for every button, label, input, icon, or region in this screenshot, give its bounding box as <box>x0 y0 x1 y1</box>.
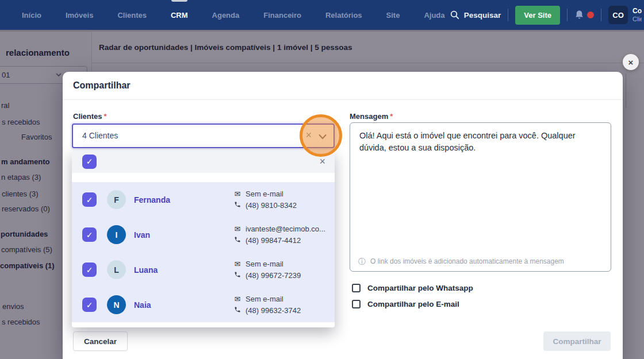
clients-select-value: 4 Clientes <box>82 131 118 140</box>
client-email: Sem e-mail <box>246 294 283 305</box>
client-checkbox[interactable]: ✓ <box>82 298 97 312</box>
modal-close-button[interactable]: × <box>623 54 639 70</box>
info-icon: ⓘ <box>358 258 366 265</box>
dropdown-header: ✓ × <box>72 150 335 173</box>
user-avatar[interactable]: CO <box>608 6 628 24</box>
client-row-fernanda[interactable]: ✓ F Fernanda ✉Sem e-mail (48) 9810-8342 <box>72 182 335 217</box>
nav-item-imoveis[interactable]: Imóveis <box>66 11 93 20</box>
phone-icon <box>233 200 241 211</box>
nav-item-relatorios[interactable]: Relatórios <box>325 11 362 20</box>
client-email: ivanteste@tecimob.co... <box>246 223 325 235</box>
search-icon <box>450 10 459 20</box>
share-modal: Compartilhar Clientes* 4 Clientes × ✓ × … <box>63 72 623 359</box>
client-checkbox[interactable]: ✓ <box>82 263 97 277</box>
nav-item-ajuda[interactable]: Ajuda <box>424 11 444 20</box>
chevron-down-icon[interactable] <box>319 134 327 140</box>
email-icon: ✉ <box>233 294 241 305</box>
phone-icon <box>233 305 241 316</box>
nav-item-clientes[interactable]: Clientes <box>117 11 147 20</box>
message-label-text: Mensagem <box>350 112 388 121</box>
clients-list: ✓ F Fernanda ✉Sem e-mail (48) 9810-8342 … <box>72 182 335 322</box>
share-submit-button[interactable]: Compartilhar <box>543 331 611 351</box>
navbar-divider <box>601 9 601 21</box>
client-contact: ✉Sem e-mail (48) 99672-7239 <box>233 258 301 281</box>
select-all-checkbox[interactable]: ✓ <box>82 155 97 169</box>
whatsapp-checkbox-label: Compartilhar pelo Whatsapp <box>367 284 473 292</box>
client-email: Sem e-mail <box>246 258 283 270</box>
share-email-row: Compartilhar pelo E-mail <box>352 300 459 308</box>
avatar: I <box>107 225 126 244</box>
navbar-divider <box>508 9 508 21</box>
message-textarea[interactable]: Olá! Aqui está o imóvel que encontrei pa… <box>350 122 611 272</box>
ver-site-button[interactable]: Ver Site <box>515 6 560 25</box>
avatar: F <box>107 190 126 209</box>
message-field-label: Mensagem* <box>350 112 393 121</box>
nav-item-crm[interactable]: CRM <box>171 11 188 20</box>
clients-select[interactable]: 4 Clientes × <box>72 123 335 148</box>
navbar-divider <box>567 9 568 21</box>
client-row-naia[interactable]: ✓ N Naia ✉Sem e-mail (48) 99632-3742 <box>72 287 335 322</box>
email-checkbox-label: Compartilhar pelo E-mail <box>367 300 459 308</box>
required-asterisk: * <box>104 112 107 121</box>
modal-header: Compartilhar <box>63 72 623 100</box>
search-label: Pesquisar <box>464 11 501 20</box>
navbar-right-cluster: Pesquisar Ver Site CO Co Clie <box>450 6 644 25</box>
whatsapp-checkbox[interactable] <box>352 284 361 292</box>
required-asterisk: * <box>390 112 393 121</box>
client-phone: (48) 99632-3742 <box>246 305 301 316</box>
search-button[interactable]: Pesquisar <box>450 10 501 20</box>
notification-badge <box>587 11 594 18</box>
client-phone: (48) 9810-8342 <box>246 200 297 211</box>
message-text: Olá! Aqui está o imóvel que encontrei pa… <box>350 123 611 161</box>
profile-name: Co <box>632 7 642 15</box>
client-email: Sem e-mail <box>246 188 283 200</box>
nav-item-inicio[interactable]: Início <box>22 11 41 20</box>
avatar: L <box>107 260 126 279</box>
client-contact: ✉ivanteste@tecimob.co... (48) 99847-4412 <box>233 223 325 246</box>
client-name: Naia <box>134 300 151 310</box>
phone-icon <box>233 270 241 281</box>
share-whatsapp-row: Compartilhar pelo Whatsapp <box>352 284 473 292</box>
phone-icon <box>233 235 241 246</box>
client-checkbox[interactable]: ✓ <box>82 192 97 207</box>
avatar: N <box>107 295 126 314</box>
client-phone: (48) 99847-4412 <box>246 235 301 246</box>
clients-label-text: Clientes <box>73 112 102 121</box>
client-row-luana[interactable]: ✓ L Luana ✉Sem e-mail (48) 99672-7239 <box>72 252 335 287</box>
client-phone: (48) 99672-7239 <box>246 270 301 281</box>
nav-item-financeiro[interactable]: Financeiro <box>263 11 301 20</box>
client-name: Luana <box>134 265 158 275</box>
clients-dropdown-panel: ✓ × ✓ F Fernanda ✉Sem e-mail (48) 9810-8… <box>72 150 335 327</box>
client-contact: ✉Sem e-mail (48) 9810-8342 <box>233 188 297 211</box>
top-navbar: Início Imóveis Clientes CRM Agenda Finan… <box>0 0 644 30</box>
email-checkbox[interactable] <box>352 300 361 308</box>
email-icon: ✉ <box>233 188 241 200</box>
nav-item-agenda[interactable]: Agenda <box>212 11 240 20</box>
dropdown-close-icon[interactable]: × <box>319 156 325 167</box>
email-icon: ✉ <box>233 258 241 270</box>
close-icon: × <box>628 57 634 67</box>
message-info-note: ⓘ O link dos imóveis é adicionado automa… <box>358 257 603 265</box>
modal-title: Compartilhar <box>73 80 131 91</box>
client-row-ivan[interactable]: ✓ I Ivan ✉ivanteste@tecimob.co... (48) 9… <box>72 217 335 252</box>
client-name: Ivan <box>134 230 150 240</box>
user-profile[interactable]: Co Clie <box>632 7 642 23</box>
clients-field-label: Clientes* <box>73 112 107 121</box>
cancel-button[interactable]: Cancelar <box>73 331 128 351</box>
info-note-text: O link dos imóveis é adicionado automati… <box>370 257 564 265</box>
client-contact: ✉Sem e-mail (48) 99632-3742 <box>233 294 301 316</box>
profile-role: Clie <box>632 16 642 23</box>
client-name: Fernanda <box>134 195 170 204</box>
notifications-button[interactable] <box>574 10 594 20</box>
main-menu: Início Imóveis Clientes CRM Agenda Finan… <box>0 11 445 20</box>
clear-selection-icon[interactable]: × <box>305 129 312 141</box>
email-icon: ✉ <box>233 223 241 235</box>
nav-item-site[interactable]: Site <box>386 11 400 20</box>
bell-icon <box>574 10 584 20</box>
client-checkbox[interactable]: ✓ <box>82 227 97 242</box>
